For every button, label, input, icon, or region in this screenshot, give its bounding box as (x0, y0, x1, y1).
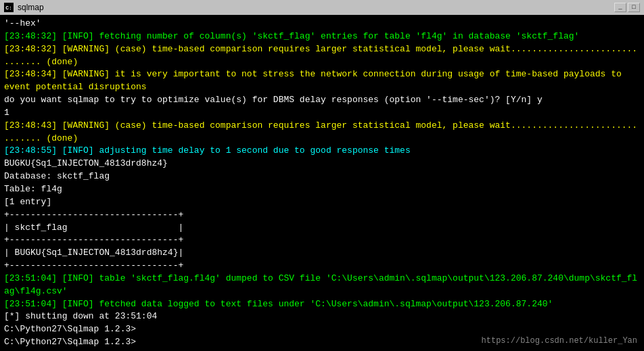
terminal-line: [23:48:43] [WARNING] (case) time-based c… (4, 120, 640, 133)
terminal-line: [23:48:32] [INFO] fetching number of col… (4, 30, 640, 43)
terminal-line: 1 (4, 107, 640, 120)
title-bar-icon: C: (4, 3, 14, 12)
terminal-line: [23:48:34] [WARNING] it is very importan… (4, 68, 640, 81)
terminal-line: [23:48:55] [INFO] adjusting time delay t… (4, 145, 640, 158)
terminal: '--hex'[23:48:32] [INFO] fetching number… (0, 15, 644, 351)
terminal-line: +--------------------------------+ (4, 234, 640, 247)
terminal-line: | BUGKU{Sq1_INJECTON_4813drd8hz4}| (4, 247, 640, 260)
title-bar: C: sqlmap _ □ (0, 0, 644, 15)
terminal-line: [*] shutting down at 23:51:04 (4, 310, 640, 323)
terminal-line: BUGKU{Sq1_INJECTON_4813drd8hz4} (4, 158, 640, 170)
terminal-line: Table: fl4g (4, 183, 640, 196)
terminal-line: ....... (done) (4, 133, 640, 145)
maximize-button[interactable]: □ (628, 3, 640, 12)
terminal-line: C:\Python27\Sqlmap 1.2.3> (4, 323, 640, 336)
terminal-line: [23:51:04] [INFO] table 'skctf_flag.fl4g… (4, 273, 640, 285)
title-bar-text: sqlmap (18, 3, 610, 12)
watermark: https://blog.csdn.net/kuller_Yan (482, 336, 637, 346)
terminal-line: Database: skctf_flag (4, 170, 640, 183)
terminal-line: +--------------------------------+ (4, 260, 640, 273)
terminal-line: ....... (done) (4, 56, 640, 69)
terminal-line: [23:51:04] [INFO] fetched data logged to… (4, 298, 640, 311)
terminal-line: '--hex' (4, 18, 640, 30)
terminal-line: do you want sqlmap to try to optimize va… (4, 94, 640, 107)
terminal-line: ag\fl4g.csv' (4, 285, 640, 298)
terminal-line: event potential disruptions (4, 81, 640, 94)
terminal-line: | skctf_flag | (4, 222, 640, 235)
title-bar-buttons: _ □ (614, 3, 640, 12)
terminal-line: [23:48:32] [WARNING] (case) time-based c… (4, 43, 640, 56)
minimize-button[interactable]: _ (614, 3, 626, 12)
terminal-line: +--------------------------------+ (4, 209, 640, 222)
terminal-line: [1 entry] (4, 196, 640, 209)
